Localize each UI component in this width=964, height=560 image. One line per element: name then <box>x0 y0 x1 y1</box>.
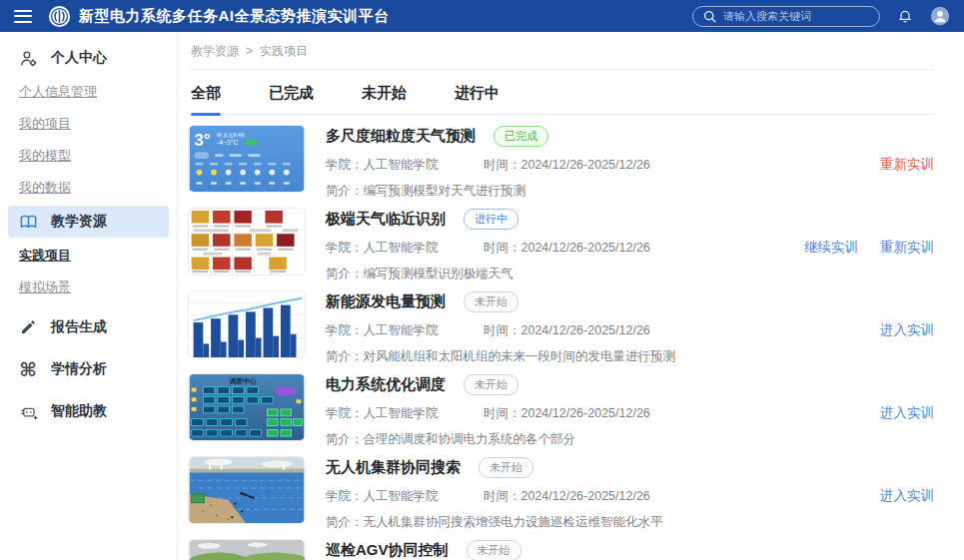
sidebar-item-report-generation[interactable]: 报告生成 <box>0 309 177 345</box>
project-card: 极端天气临近识别 进行中 学院：人工智能学院 时间：2024/12/26-202… <box>188 208 934 282</box>
sidebar-item-label: 教学资源 <box>51 213 107 231</box>
time-label: 时间： <box>483 241 521 255</box>
time-value: 2024/12/26-2025/12/26 <box>521 241 650 255</box>
command-icon: ⌘ <box>18 359 38 379</box>
time-value: 2024/12/26-2025/12/26 <box>521 158 650 172</box>
desc-value: 对风能机组和太阳机组的未来一段时间的发电量进行预测 <box>364 349 676 363</box>
svg-text:晴 东北风4级: 晴 东北风4级 <box>217 132 245 139</box>
sidebar-item-ai-assistant[interactable]: 智能助教 <box>0 393 177 429</box>
status-filter-tabs: 全部 已完成 未开始 进行中 <box>188 70 934 115</box>
sidebar-item-simulation-scenes[interactable]: 模拟场景 <box>0 272 177 303</box>
sidebar-item-personal-center[interactable]: 个人中心 <box>0 40 177 76</box>
tab-in-progress[interactable]: 进行中 <box>455 84 499 114</box>
action-restart-training[interactable]: 重新实训 <box>880 156 934 174</box>
desc-label: 简介： <box>326 349 364 363</box>
breadcrumb: 教学资源>实践项目 <box>188 38 934 70</box>
sidebar-item-personal-info[interactable]: 个人信息管理 <box>0 76 177 108</box>
college-label: 学院： <box>326 489 364 503</box>
status-badge: 已完成 <box>493 126 548 147</box>
breadcrumb-current: 实践项目 <box>260 44 308 58</box>
college-label: 学院： <box>326 158 364 172</box>
search-input[interactable] <box>723 10 869 22</box>
desc-label: 简介： <box>326 184 364 198</box>
tab-not-started[interactable]: 未开始 <box>362 84 407 114</box>
project-title: 电力系统优化调度 <box>326 375 446 394</box>
time-value: 2024/12/26-2025/12/26 <box>521 323 650 337</box>
sidebar-item-my-data[interactable]: 我的数据 <box>0 172 177 204</box>
sidebar-item-practice-projects[interactable]: 实践项目 <box>0 240 177 272</box>
sidebar-item-teaching-resources[interactable]: 教学资源 <box>8 206 169 238</box>
time-value: 2024/12/26-2025/12/26 <box>521 489 650 503</box>
svg-text:-4~3°C: -4~3°C <box>217 139 238 146</box>
robot-icon <box>18 401 38 421</box>
svg-text:3°: 3° <box>195 131 211 149</box>
top-bar: 新型电力系统多任务AI全景态势推演实训平台 <box>0 0 964 32</box>
notification-bell-icon[interactable] <box>895 6 915 26</box>
svg-text:调度中心: 调度中心 <box>229 377 257 385</box>
project-title: 无人机集群协同搜索 <box>326 458 461 477</box>
main-content: 教学资源>实践项目 全部 已完成 未开始 进行中 3° 晴 东北风4级 -4~3… <box>178 32 964 560</box>
sidebar-item-learning-analysis[interactable]: ⌘ 学情分析 <box>0 351 177 387</box>
status-badge: 未开始 <box>464 374 518 395</box>
page-title: 新型电力系统多任务AI全景态势推演实训平台 <box>79 7 390 26</box>
desc-value: 无人机集群协同搜索增强电力设施巡检运维智能化水平 <box>364 515 663 529</box>
status-badge: 未开始 <box>464 291 518 312</box>
action-enter-training[interactable]: 进入实训 <box>880 404 934 422</box>
college-label: 学院： <box>326 323 364 337</box>
desc-label: 简介： <box>326 432 364 446</box>
time-value: 2024/12/26-2025/12/26 <box>521 406 650 420</box>
project-title: 极端天气临近识别 <box>326 210 446 229</box>
project-card: 3° 晴 东北风4级 -4~3°C <box>188 125 934 200</box>
menu-icon[interactable] <box>14 10 32 23</box>
user-avatar[interactable] <box>930 6 950 26</box>
project-list: 3° 晴 东北风4级 -4~3°C <box>188 115 934 560</box>
sidebar-item-label: 个人中心 <box>51 49 107 67</box>
breadcrumb-parent[interactable]: 教学资源 <box>191 44 239 58</box>
college-value: 人工智能学院 <box>364 241 439 255</box>
user-gear-icon <box>18 48 38 68</box>
tab-completed[interactable]: 已完成 <box>269 84 314 114</box>
action-restart-training[interactable]: 重新实训 <box>880 239 934 257</box>
pencil-icon <box>18 317 38 337</box>
desc-value: 编写预测模型识别极端天气 <box>364 267 513 280</box>
project-title: 巡检AGV协同控制 <box>326 541 449 560</box>
sidebar-item-my-models[interactable]: 我的模型 <box>0 140 177 172</box>
sidebar: 个人中心 个人信息管理 我的项目 我的模型 我的数据 教学资源 实践项目 模拟场… <box>0 32 178 560</box>
sidebar-item-label: 学情分析 <box>51 360 107 378</box>
project-card: 无人机集群协同搜索 未开始 学院：人工智能学院 时间：2024/12/26-20… <box>188 456 934 531</box>
time-label: 时间： <box>483 158 521 172</box>
project-thumbnail-town-scene[interactable] <box>188 539 306 560</box>
college-label: 学院： <box>326 241 364 255</box>
college-label: 学院： <box>326 406 364 420</box>
project-thumbnail-sea-scene[interactable] <box>188 456 306 524</box>
college-value: 人工智能学院 <box>364 489 439 503</box>
tab-all[interactable]: 全部 <box>191 84 221 114</box>
book-icon <box>18 212 38 232</box>
project-card: 新能源发电量预测 未开始 学院：人工智能学院 时间：2024/12/26-202… <box>188 290 934 365</box>
action-enter-training[interactable]: 进入实训 <box>880 321 934 339</box>
desc-label: 简介： <box>326 267 364 280</box>
project-thumbnail-weather[interactable]: 3° 晴 东北风4级 -4~3°C <box>188 125 306 193</box>
search-box[interactable] <box>692 6 880 27</box>
search-icon <box>703 10 716 23</box>
time-label: 时间： <box>483 323 521 337</box>
project-card: 巡检AGV协同控制 未开始 学院：人工智能学院 时间：2024/12/26-20… <box>188 539 934 560</box>
sidebar-item-label: 报告生成 <box>51 318 107 336</box>
platform-logo-icon <box>48 5 71 28</box>
project-title: 新能源发电量预测 <box>326 292 446 311</box>
time-label: 时间： <box>483 406 521 420</box>
project-card: 调度中心 <box>188 373 934 448</box>
desc-label: 简介： <box>326 515 364 529</box>
status-badge: 进行中 <box>464 209 518 230</box>
action-enter-training[interactable]: 进入实训 <box>880 487 934 505</box>
project-thumbnail-dispatch-dashboard[interactable]: 调度中心 <box>188 373 306 441</box>
action-continue-training[interactable]: 继续实训 <box>804 239 858 257</box>
project-thumbnail-warning-grid[interactable] <box>188 208 306 276</box>
college-value: 人工智能学院 <box>364 323 439 337</box>
desc-value: 编写预测模型对天气进行预测 <box>364 184 526 198</box>
project-title: 多尺度细粒度天气预测 <box>326 127 476 146</box>
status-badge: 未开始 <box>479 457 533 478</box>
sidebar-item-my-projects[interactable]: 我的项目 <box>0 108 177 140</box>
project-thumbnail-bar-chart[interactable] <box>188 290 306 358</box>
status-badge: 未开始 <box>467 540 521 560</box>
